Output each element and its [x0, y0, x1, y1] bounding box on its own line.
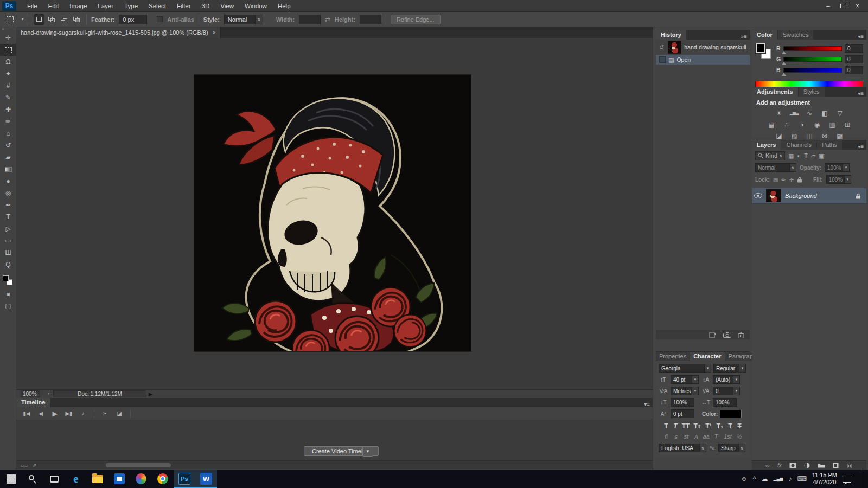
render-icon[interactable]: ⇗ — [33, 463, 37, 468]
tool-preset-marquee-icon[interactable] — [3, 14, 16, 25]
hand-tool[interactable]: Ш — [0, 247, 16, 259]
color-lookup-icon[interactable]: ⊞ — [842, 120, 852, 129]
minimize-button[interactable]: – — [821, 1, 835, 11]
menu-select[interactable]: Select — [143, 0, 171, 12]
text-color-swatch[interactable] — [720, 410, 742, 418]
menu-file[interactable]: File — [22, 0, 43, 12]
menu-3d[interactable]: 3D — [196, 0, 215, 12]
task-view-button[interactable] — [43, 470, 65, 488]
shape-tool[interactable]: ▭ — [0, 235, 16, 247]
font-style-dropdown[interactable]: Regular▼ — [713, 364, 746, 373]
taskbar-word-button[interactable]: W — [195, 470, 217, 488]
height-input[interactable] — [360, 15, 381, 24]
action-center-icon[interactable] — [843, 476, 851, 483]
selection-add-button[interactable] — [46, 14, 57, 25]
eraser-tool[interactable]: ▰ — [0, 151, 16, 163]
history-source-checkbox[interactable] — [659, 56, 666, 63]
levels-icon[interactable]: ▂▅▃ — [789, 108, 799, 118]
underline-button[interactable]: T — [726, 422, 735, 430]
document-close-icon[interactable]: × — [213, 29, 216, 36]
swash-button[interactable]: A — [692, 433, 700, 440]
rectangular-marquee-tool[interactable] — [0, 44, 16, 56]
channel-mixer-icon[interactable]: ▥ — [827, 120, 837, 129]
tab-history[interactable]: History — [656, 30, 686, 40]
small-caps-button[interactable]: Tᴛ — [692, 422, 703, 430]
feather-input[interactable]: 0 px — [119, 15, 147, 24]
tab-channels[interactable]: Channels — [781, 140, 816, 150]
blue-slider-handle[interactable] — [782, 73, 786, 76]
leading-dropdown[interactable]: (Auto)▼ — [713, 375, 740, 384]
next-frame-button[interactable]: ▶▮ — [63, 409, 75, 419]
menu-view[interactable]: View — [215, 0, 239, 12]
lock-transparency-icon[interactable]: ▨ — [773, 177, 778, 183]
gradient-tool[interactable] — [0, 163, 16, 175]
ordinals-button[interactable]: 1st — [722, 433, 734, 440]
eyedropper-tool[interactable]: ✎ — [0, 92, 16, 104]
standard-ligatures-button[interactable]: fi — [662, 433, 671, 440]
filter-smart-objects-icon[interactable]: ▣ — [819, 152, 824, 159]
volume-icon[interactable]: ♪ — [788, 475, 792, 483]
taskbar-edge-button[interactable]: e — [65, 470, 87, 488]
frame-rate-icon[interactable]: ▱▱ — [21, 463, 28, 468]
refine-edge-button[interactable]: Refine Edge... — [391, 15, 441, 24]
hue-saturation-icon[interactable]: ▤ — [766, 120, 776, 129]
filter-adjustment-layers-icon[interactable]: ◐ — [797, 152, 801, 159]
create-timeline-dropdown-icon[interactable]: ▼ — [362, 446, 373, 457]
document-tab[interactable]: hand-drawing-sugarskull-girl-with-rose_1… — [16, 27, 221, 38]
layer-effects-fx-icon[interactable]: fx — [777, 463, 782, 468]
color-panel-swatches[interactable] — [755, 43, 773, 61]
taskbar-store-button[interactable] — [108, 470, 130, 488]
width-input[interactable] — [299, 15, 321, 24]
posterize-icon[interactable]: ▨ — [789, 131, 799, 140]
blur-tool[interactable]: ● — [0, 175, 16, 187]
snapshot-thumbnail[interactable] — [668, 41, 681, 54]
canvas-artwork[interactable] — [194, 75, 471, 351]
network-signal-icon[interactable]: ▂▄▆ — [773, 477, 783, 481]
new-adjustment-layer-icon[interactable] — [804, 463, 810, 468]
timeline-panel-menu-icon[interactable]: ▾≡ — [644, 401, 653, 407]
close-button[interactable]: × — [850, 1, 865, 11]
vertical-scale-field[interactable]: 100% — [671, 398, 694, 407]
taskbar-photoshop-button[interactable]: Ps — [174, 470, 195, 488]
spot-healing-brush-tool[interactable]: ✚ — [0, 104, 16, 115]
link-layers-icon[interactable]: ∞ — [765, 462, 770, 468]
show-desktop-button[interactable] — [861, 470, 864, 488]
strikethrough-button[interactable]: T — [735, 422, 744, 430]
curves-icon[interactable]: ∿ — [804, 108, 814, 118]
restore-button[interactable] — [835, 1, 850, 11]
type-tool[interactable]: T — [0, 211, 16, 223]
pen-tool[interactable]: ✒ — [0, 199, 16, 211]
tab-timeline[interactable]: Timeline — [16, 398, 50, 407]
crop-tool[interactable]: # — [0, 80, 16, 92]
history-brush-source-icon[interactable]: ↺ — [658, 44, 665, 51]
onedrive-cloud-icon[interactable]: ☁ — [761, 475, 768, 483]
baseline-shift-field[interactable]: 0 pt — [671, 409, 694, 418]
photo-filter-icon[interactable]: ◉ — [812, 120, 822, 129]
start-button[interactable] — [0, 470, 22, 488]
tab-character[interactable]: Character — [690, 352, 724, 361]
red-slider-handle[interactable] — [782, 51, 786, 54]
tab-paths[interactable]: Paths — [817, 140, 842, 150]
zoom-tool[interactable]: Q — [0, 259, 16, 271]
adjustments-panel-menu-icon[interactable]: ▾≡ — [858, 91, 866, 97]
history-state-open[interactable]: ▤ Open — [656, 55, 750, 65]
anti-alias-checkbox[interactable] — [157, 16, 163, 22]
opacity-dropdown[interactable]: 100%▼ — [825, 163, 850, 172]
taskbar-chrome-button[interactable] — [152, 470, 174, 488]
black-and-white-icon[interactable]: ◑ — [796, 120, 807, 129]
fill-dropdown[interactable]: 100%▼ — [826, 175, 851, 184]
gradient-map-icon[interactable]: ▩ — [834, 131, 845, 140]
fractions-button[interactable]: ½ — [735, 433, 744, 440]
keyboard-icon[interactable]: ⌨ — [797, 475, 806, 483]
titling-alternates-button[interactable]: aa — [702, 433, 711, 440]
green-slider-handle[interactable] — [782, 62, 786, 65]
foreground-color-swatch[interactable] — [3, 275, 9, 281]
discretionary-ligatures-button[interactable]: st — [682, 433, 691, 440]
menu-filter[interactable]: Filter — [171, 0, 196, 12]
blue-value-field[interactable]: 0 — [845, 66, 863, 74]
screen-mode-button[interactable]: ▢ — [0, 300, 16, 312]
lock-all-icon[interactable] — [797, 177, 802, 183]
first-frame-button[interactable]: ▮◀ — [21, 409, 33, 419]
brightness-contrast-icon[interactable]: ☀ — [774, 108, 784, 118]
move-tool[interactable]: ✛ — [0, 32, 16, 44]
